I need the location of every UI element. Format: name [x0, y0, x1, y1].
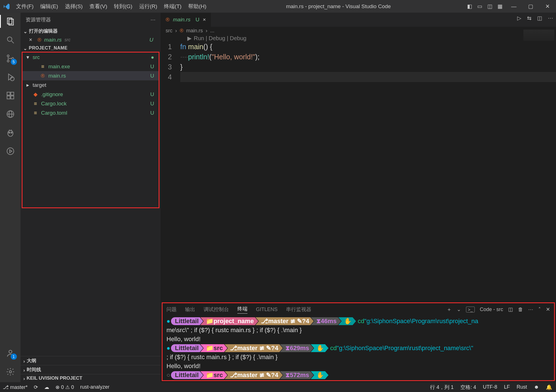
panel-tab-serial[interactable]: 串行监视器 — [286, 306, 311, 313]
settings-gear-icon[interactable] — [5, 366, 16, 377]
terminal-text: ; if ($?) { rustc main.rs } ; if ($?) { … — [166, 353, 278, 362]
sidebar-more-icon[interactable]: ⋯ — [150, 17, 156, 23]
open-editor-name: main.rs — [44, 37, 62, 43]
status-spaces[interactable]: 空格: 4 — [460, 384, 476, 391]
open-editors-section[interactable]: ⌄ 打开的编辑器 — [21, 27, 161, 35]
status-analyzer[interactable]: rust-analyzer — [80, 384, 109, 390]
panel-tab-problems[interactable]: 问题 — [166, 306, 177, 313]
tab-main-rs[interactable]: ® main.rs U × — [161, 13, 211, 27]
panel-tab-debug-console[interactable]: 调试控制台 — [204, 306, 229, 313]
menu-edit[interactable]: 编辑(E) — [37, 1, 61, 12]
run-icon[interactable]: ▷ — [517, 15, 521, 21]
platformio-icon[interactable] — [5, 127, 16, 138]
terminal-dropdown-icon[interactable]: ⌄ — [457, 306, 461, 312]
status-cursor[interactable]: 行 4，列 1 — [430, 384, 454, 391]
menu-go[interactable]: 转到(G) — [111, 1, 136, 12]
minimap[interactable] — [523, 30, 554, 41]
timeline-section[interactable]: ›时间线 — [21, 365, 161, 374]
window-minimize-button[interactable]: ― — [505, 0, 522, 13]
menu-run[interactable]: 运行(R) — [136, 1, 161, 12]
svg-point-23 — [9, 350, 12, 353]
rust-file-icon: ® — [180, 28, 183, 34]
status-encoding[interactable]: UTF-8 — [483, 384, 497, 390]
accounts-icon[interactable]: 1 — [5, 348, 16, 359]
breadcrumb-folder[interactable]: src — [166, 28, 172, 34]
toggle-panel-right-icon[interactable]: ◫ — [487, 3, 492, 10]
menu-file[interactable]: 文件(F) — [13, 1, 37, 12]
close-icon[interactable]: × — [29, 37, 35, 43]
terminal-profile-icon[interactable]: >_ — [466, 307, 475, 312]
menu-terminal[interactable]: 终端(T) — [161, 1, 185, 12]
chevron-down-icon: ⌄ — [23, 46, 27, 51]
outline-section[interactable]: ›大纲 — [21, 356, 161, 365]
codelens[interactable]: ▶ Run | Debug | Debug — [161, 35, 556, 42]
status-cloud-icon[interactable]: ☁ — [44, 384, 49, 390]
extensions-icon[interactable] — [5, 90, 16, 101]
panel-more-icon[interactable]: ⋯ — [528, 306, 533, 312]
status-eol[interactable]: LF — [504, 384, 510, 390]
tree-folder[interactable]: ▸target — [22, 80, 159, 90]
svg-rect-11 — [11, 96, 14, 99]
terminal-output: Hello, world! — [166, 335, 201, 344]
split-terminal-icon[interactable]: ◫ — [508, 306, 513, 312]
status-feedback-icon[interactable]: ☻ — [534, 384, 539, 390]
tree-item-name: src — [33, 54, 148, 60]
codelens-text[interactable]: Run | Debug | Debug — [194, 35, 246, 42]
close-panel-icon[interactable]: ✕ — [546, 306, 550, 312]
toggle-panel-bottom-icon[interactable]: ▭ — [477, 3, 482, 10]
live-share-icon[interactable] — [5, 146, 16, 157]
tree-file[interactable]: ≡Cargo.tomlU — [22, 108, 159, 117]
breadcrumb[interactable]: src› ® main.rs› ... — [161, 27, 556, 35]
toggle-panel-left-icon[interactable]: ◧ — [467, 3, 472, 10]
open-editor-item[interactable]: × ® main.rs src U — [21, 35, 161, 44]
panel-tab-output[interactable]: 输出 — [185, 306, 195, 313]
source-control-icon[interactable]: 5 — [5, 53, 16, 64]
terminal[interactable]: ● Littletail 📁 project_name ⎇master ≢ ✎?… — [163, 316, 554, 380]
tree-item-name: main.rs — [48, 73, 147, 79]
breadcrumb-file[interactable]: main.rs — [186, 28, 203, 34]
new-terminal-icon[interactable]: ＋ — [447, 306, 452, 313]
scm-badge: 5 — [11, 59, 17, 65]
window-close-button[interactable]: ✕ — [539, 0, 556, 13]
window-maximize-button[interactable]: ▢ — [522, 0, 539, 13]
panel-tab-terminal[interactable]: 终端 — [237, 305, 247, 314]
split-editor-icon[interactable]: ◫ — [537, 15, 542, 21]
terminal-name[interactable]: Code - src — [480, 307, 503, 312]
menu-view[interactable]: 查看(V) — [86, 1, 111, 12]
tree-file[interactable]: ◆.gitignoreU — [22, 90, 159, 99]
menu-selection[interactable]: 选择(S) — [62, 1, 86, 12]
status-branch[interactable]: ⎇ master* — [3, 384, 28, 390]
remote-icon[interactable] — [5, 109, 16, 119]
svg-rect-10 — [7, 96, 10, 99]
tab-label: main.rs — [173, 17, 190, 23]
tree-file[interactable]: ≡main.exeU — [22, 62, 159, 71]
close-icon[interactable]: × — [203, 17, 206, 23]
panel-tab-gitlens[interactable]: GITLENS — [256, 307, 278, 312]
breadcrumb-more[interactable]: ... — [210, 28, 214, 34]
menu-help[interactable]: 帮助(H) — [185, 1, 210, 12]
bottom-panel: 问题 输出 调试控制台 终端 GITLENS 串行监视器 ＋ ⌄ >_ Code… — [162, 302, 555, 381]
tree-folder[interactable]: ▾src● — [22, 53, 159, 62]
svg-point-17 — [9, 132, 10, 133]
search-icon[interactable] — [5, 35, 16, 45]
status-language[interactable]: Rust — [517, 384, 527, 390]
run-debug-icon[interactable] — [5, 72, 16, 82]
svg-point-24 — [9, 371, 12, 373]
editor-more-icon[interactable]: ⋯ — [548, 15, 553, 21]
keil-section[interactable]: ›KEIL UVISION PROJECT — [21, 374, 161, 382]
status-problems[interactable]: ⊗ 0 ⚠ 0 — [55, 384, 74, 390]
explorer-icon[interactable] — [5, 16, 16, 27]
code-editor[interactable]: 1fn main() { 2····println!("Hello, world… — [161, 42, 556, 82]
kill-terminal-icon[interactable]: 🗑 — [518, 307, 523, 312]
compare-icon[interactable]: ⇆ — [527, 15, 532, 21]
project-section[interactable]: ⌄ PROJECT_NAME — [21, 44, 161, 52]
tree-item-status: U — [150, 91, 159, 98]
status-sync-icon[interactable]: ⟳ — [34, 384, 38, 390]
maximize-panel-icon[interactable]: ˄ — [538, 306, 541, 312]
customize-layout-icon[interactable]: ▦ — [498, 3, 503, 10]
accounts-badge: 1 — [11, 354, 17, 360]
status-bell-icon[interactable]: 🔔 — [546, 384, 552, 390]
tree-file[interactable]: ≡Cargo.lockU — [22, 99, 159, 108]
tree-file[interactable]: ®main.rsU — [22, 71, 159, 80]
terminal-cmd: cd — [358, 317, 364, 326]
